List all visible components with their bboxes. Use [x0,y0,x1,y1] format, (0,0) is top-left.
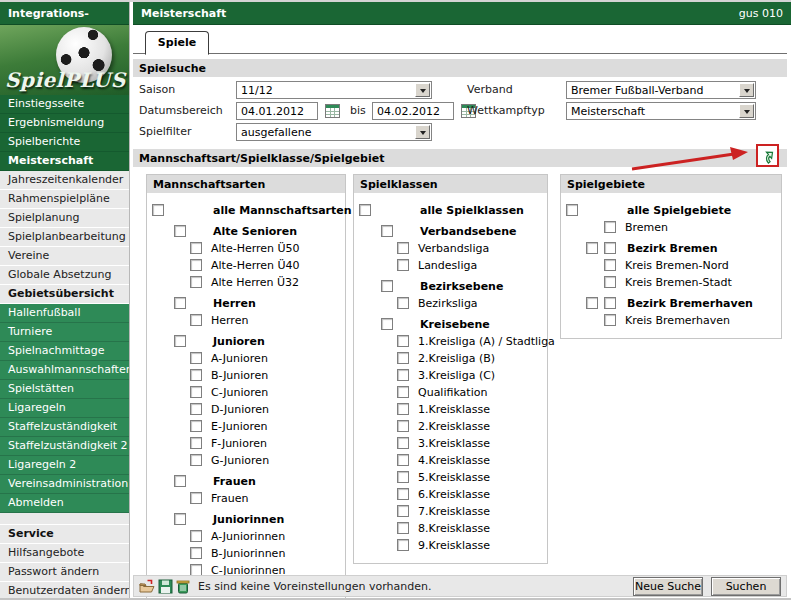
checkbox-verbandsliga[interactable] [397,242,409,254]
checkbox-frauen[interactable] [190,492,202,504]
sidebar-item-spielstatten[interactable]: Spielstätten [0,380,129,399]
sidebar-item-turniere[interactable]: Turniere [0,323,129,342]
checkbox-4-kreisklasse[interactable] [397,454,409,466]
checkbox-frauen[interactable] [174,475,186,487]
transfer-arrow-icon[interactable] [760,148,776,164]
load-presets-icon[interactable] [139,579,155,594]
checkbox-c-junioren[interactable] [190,386,202,398]
sidebar-item-ligaregeln[interactable]: Ligaregeln [0,399,129,418]
saison-label: Saison [139,83,175,96]
delete-presets-icon[interactable] [176,579,190,594]
checkbox-kreis-bremerhaven[interactable] [604,314,616,326]
date-from-input[interactable] [236,102,318,120]
sidebar-item-staffelzustandigkeit-2[interactable]: Staffelzuständigkeit 2 [0,437,129,456]
sidebar-item-globale-absetzung[interactable]: Globale Absetzung [0,266,129,285]
checkbox-e-junioren[interactable] [190,420,202,432]
checkbox-a-junioren[interactable] [190,352,202,364]
sidebar-item-jahreszeitenkalender[interactable]: Jahreszeitenkalender [0,171,129,190]
checkbox-bezirksebene[interactable] [381,280,393,292]
checkbox-1-kreisklasse[interactable] [397,403,409,415]
sidebar-item-hallenfussball[interactable]: Hallenfußball [0,304,129,323]
verband-value: Bremer Fußball-Verband [571,84,737,97]
checkbox-6-kreisklasse[interactable] [397,488,409,500]
checkbox-b-junioren[interactable] [190,369,202,381]
checkbox-herren[interactable] [174,297,186,309]
checkbox-bezirk-bremerhaven[interactable] [586,297,598,309]
chevron-down-icon[interactable] [415,125,430,139]
sidebar-item-spielnachmittage[interactable]: Spielnachmittage [0,342,129,361]
page-title: Meisterschaft [141,7,226,20]
checkbox-qualifikation[interactable] [397,386,409,398]
checkbox-3-kreisliga-c[interactable] [397,369,409,381]
sidebar-item-einstiegsseite[interactable]: Einstiegsseite [0,95,129,114]
checkbox-alle-spielgebiete[interactable] [566,204,578,216]
sidebar-item-benutzerdaten-andern[interactable]: Benutzerdaten ändern [0,582,129,600]
wettkampftyp-select[interactable]: Meisterschaft [566,102,756,120]
checkbox-alte-herren-u40[interactable] [190,259,202,271]
spielfilter-select[interactable]: ausgefallene [236,123,432,141]
chevron-down-icon[interactable] [415,83,430,97]
checkbox-b-juniorinnen[interactable] [190,547,202,559]
sidebar-item-vereinsadministration[interactable]: Vereinsadministration [0,475,129,494]
sidebar-item-rahmenspielplane[interactable]: Rahmenspielpläne [0,190,129,209]
checkbox-alte-herren-u32[interactable] [190,276,202,288]
checkbox-junioren[interactable] [174,335,186,347]
checkbox-kreisebene[interactable] [381,318,393,330]
checkbox-landesliga[interactable] [397,259,409,271]
sidebar-item-ergebnismeldung[interactable]: Ergebnismeldung [0,114,129,133]
tree-row: 5.Kreisklasse [354,470,547,487]
checkbox-verbandsebene[interactable] [381,225,393,237]
checkbox-herren[interactable] [190,314,202,326]
sidebar-item-staffelzustandigkeit[interactable]: Staffelzuständigkeit [0,418,129,437]
sidebar-item-hilfsangebote[interactable]: Hilfsangebote [0,544,129,563]
checkbox-kreis-bremen-stadt[interactable] [604,276,616,288]
sidebar-item-spielplanung[interactable]: Spielplanung [0,209,129,228]
checkbox-bremen[interactable] [604,221,616,233]
checkbox-alte-herren-u50[interactable] [190,242,202,254]
sidebar-item-passwort-andern[interactable]: Passwort ändern [0,563,129,582]
checkbox-9-kreisklasse[interactable] [397,539,409,551]
sidebar-item-auswahlmannschaften[interactable]: Auswahlmannschaften [0,361,129,380]
save-presets-icon[interactable] [158,579,173,594]
date-to-input[interactable] [372,102,454,120]
checkbox-bezirk-bremen[interactable] [604,242,616,254]
checkbox-f-junioren[interactable] [190,437,202,449]
checkbox-alle-mannschaftsarten[interactable] [152,204,164,216]
sidebar-item-abmelden[interactable]: Abmelden [0,494,129,513]
calendar-icon[interactable] [325,104,340,118]
checkbox-bezirk-bremerhaven[interactable] [604,297,616,309]
wettkampftyp-label: Wettkampftyp [467,104,545,117]
checkbox-1-kreisliga-a-stadtliga[interactable] [397,335,409,347]
saison-select[interactable]: 11/12 [236,81,432,99]
checkbox-5-kreisklasse[interactable] [397,471,409,483]
chevron-down-icon[interactable] [739,104,754,118]
sidebar-item-vereine[interactable]: Vereine [0,247,129,266]
checkbox-7-kreisklasse[interactable] [397,505,409,517]
checkbox-2-kreisliga-b[interactable] [397,352,409,364]
tab-spiele[interactable]: Spiele [145,31,209,55]
tree-row: Bezirk Bremen [561,241,781,258]
sidebar-item-spielberichte[interactable]: Spielberichte [0,133,129,152]
checkbox-alle-spielklassen[interactable] [359,204,371,216]
sidebar: Integrations-System SpielPLUS Einstiegss… [0,2,130,600]
checkbox-2-kreisklasse[interactable] [397,420,409,432]
checkbox-d-junioren[interactable] [190,403,202,415]
checkbox-bezirk-bremen[interactable] [586,242,598,254]
chevron-down-icon[interactable] [739,83,754,97]
checkbox-bezirksliga[interactable] [397,297,409,309]
checkbox-3-kreisklasse[interactable] [397,437,409,449]
spielfilter-value: ausgefallene [241,126,413,139]
new-search-button[interactable]: Neue Suche [633,577,703,596]
sidebar-item-ligaregeln-2[interactable]: Ligaregeln 2 [0,456,129,475]
checkbox-g-junioren[interactable] [190,454,202,466]
search-button[interactable]: Suchen [711,577,781,596]
checkbox-alte-senioren[interactable] [174,225,186,237]
tree-label: C-Junioren [211,386,268,399]
checkbox-kreis-bremen-nord[interactable] [604,259,616,271]
checkbox-juniorinnen[interactable] [174,513,186,525]
checkbox-a-juniorinnen[interactable] [190,530,202,542]
verband-select[interactable]: Bremer Fußball-Verband [566,81,756,99]
checkbox-8-kreisklasse[interactable] [397,522,409,534]
sidebar-item-spielplanbearbeitung[interactable]: Spielplanbearbeitung [0,228,129,247]
sidebar-item-meisterschaft[interactable]: Meisterschaft [0,152,129,171]
